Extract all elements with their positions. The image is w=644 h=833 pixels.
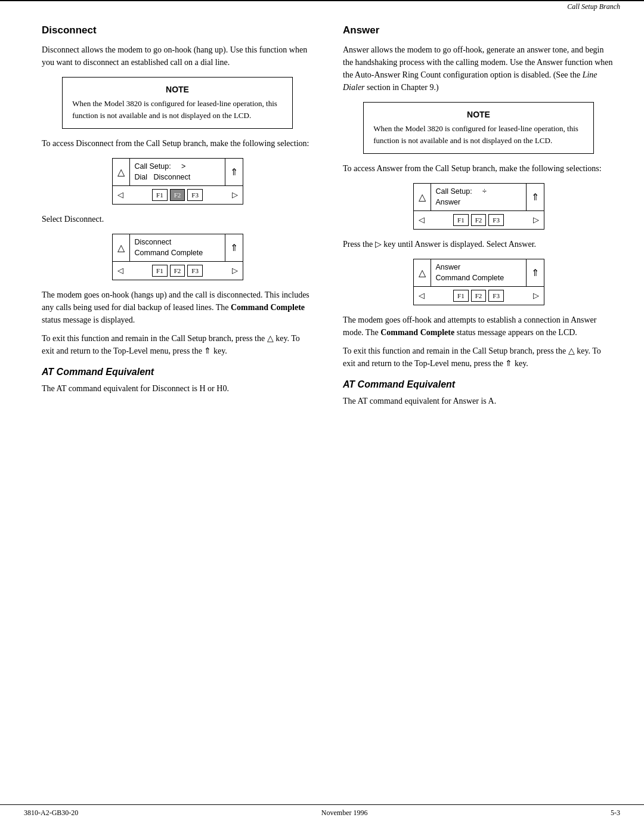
disconnect-lcd2-f3: F3	[187, 265, 203, 277]
answer-lcd2-up-btn: △	[414, 259, 431, 286]
disconnect-note-box: NOTE When the Model 3820 is configured f…	[62, 77, 293, 129]
answer-lcd1-home-btn: ⇑	[526, 184, 544, 210]
answer-title: Answer	[343, 24, 614, 36]
disconnect-lcd1: △ Call Setup: > Dial Disconnect ⇑ ◁ F1 F…	[112, 158, 243, 205]
answer-lcd1-f2: F2	[471, 214, 487, 226]
answer-at-title: AT Command Equivalent	[343, 379, 614, 390]
answer-lcd2-line2: Command Complete	[436, 273, 521, 284]
disconnect-result-text2: status message is displayed.	[42, 315, 135, 324]
answer-lcd2: △ Answer Command Complete ⇑ ◁ F1 F2 F3 ▷	[413, 259, 544, 305]
disconnect-result: The modem goes on-hook (hangs up) and th…	[42, 289, 313, 326]
answer-lcd2-f1: F1	[453, 290, 469, 302]
disconnect-note-text: When the Model 3820 is configured for le…	[72, 98, 283, 121]
footer-right: 5-3	[611, 809, 620, 817]
answer-lcd2-f2: F2	[471, 290, 487, 302]
answer-note-text: When the Model 3820 is configured for le…	[373, 123, 584, 146]
disconnect-lcd1-back-arrow: ◁	[117, 190, 123, 200]
answer-lcd1-f1: F1	[453, 214, 469, 226]
right-column: Answer Answer allows the modem to go off…	[337, 24, 620, 413]
disconnect-lcd2-up-btn: △	[113, 234, 130, 261]
disconnect-lcd1-f3: F3	[187, 189, 203, 201]
answer-note-box: NOTE When the Model 3820 is configured f…	[363, 102, 594, 154]
disconnect-lcd2-f1: F1	[152, 265, 168, 277]
disconnect-select-text: Select Disconnect.	[42, 213, 313, 225]
answer-access-text: To access Answer from the Call Setup bra…	[343, 162, 614, 175]
disconnect-lcd1-home-btn: ⇑	[225, 159, 243, 185]
answer-lcd1-line2: Answer	[436, 197, 521, 208]
answer-lcd1-display: Call Setup: ÷ Answer	[431, 184, 526, 210]
answer-lcd1: △ Call Setup: ÷ Answer ⇑ ◁ F1 F2 F3 ▷	[413, 183, 544, 230]
disconnect-lcd2-line1: Disconnect	[135, 237, 220, 248]
page-header: Call Setup Branch	[0, 0, 644, 13]
disconnect-exit: To exit this function and remain in the …	[42, 332, 313, 357]
footer-center: November 1996	[321, 809, 368, 817]
header-title: Call Setup Branch	[567, 2, 620, 11]
answer-lcd2-fwd-arrow: ▷	[533, 291, 539, 301]
left-column: Disconnect Disconnect allows the modem t…	[36, 24, 319, 413]
disconnect-lcd1-fwd-arrow: ▷	[232, 190, 238, 200]
answer-lcd1-back-arrow: ◁	[419, 215, 425, 225]
answer-intro: Answer allows the modem to go off-hook, …	[343, 44, 614, 94]
page-footer: 3810-A2-GB30-20 November 1996 5-3	[0, 804, 644, 821]
disconnect-access-text: To access Disconnect from the Call Setup…	[42, 137, 313, 150]
answer-at-text: The AT command equivalent for Answer is …	[343, 395, 614, 407]
disconnect-lcd2-fwd-arrow: ▷	[232, 266, 238, 275]
line-dialer-link: Line Dialer	[343, 70, 597, 92]
answer-result-text2: status message appears on the LCD.	[454, 328, 577, 337]
disconnect-lcd1-line2: Dial Disconnect	[135, 172, 220, 183]
answer-result: The modem goes off-hook and attempts to …	[343, 314, 614, 339]
disconnect-lcd2-display: Disconnect Command Complete	[130, 234, 225, 261]
main-content: Disconnect Disconnect allows the modem t…	[0, 13, 644, 425]
disconnect-title: Disconnect	[42, 24, 313, 36]
answer-lcd1-fwd-arrow: ▷	[533, 215, 539, 225]
disconnect-intro: Disconnect allows the modem to go on-hoo…	[42, 44, 313, 69]
disconnect-at-title: AT Command Equivalent	[42, 367, 313, 377]
answer-lcd2-line1: Answer	[436, 262, 521, 273]
disconnect-at-text: The AT command equivalent for Disconnect…	[42, 382, 313, 395]
answer-lcd1-line1: Call Setup: ÷	[436, 187, 521, 197]
answer-note-title: NOTE	[373, 110, 584, 119]
disconnect-lcd1-line1: Call Setup: >	[135, 162, 220, 172]
disconnect-lcd2-line2: Command Complete	[135, 248, 220, 259]
disconnect-lcd1-f2: F2	[170, 189, 185, 201]
answer-bold: Command Complete	[380, 328, 454, 337]
disconnect-lcd1-f1: F1	[152, 189, 168, 201]
disconnect-lcd2-f2: F2	[170, 265, 185, 277]
disconnect-lcd1-up-btn: △	[113, 159, 130, 185]
answer-lcd2-display: Answer Command Complete	[431, 259, 526, 286]
disconnect-bold: Command Complete	[231, 303, 305, 312]
answer-exit: To exit this function and remain in the …	[343, 345, 614, 370]
answer-lcd2-home-btn: ⇑	[526, 259, 544, 286]
answer-lcd1-f3: F3	[488, 214, 504, 226]
disconnect-note-title: NOTE	[72, 85, 283, 94]
disconnect-lcd1-display: Call Setup: > Dial Disconnect	[130, 159, 225, 185]
answer-lcd2-f3: F3	[488, 290, 504, 302]
disconnect-lcd2-home-btn: ⇑	[225, 234, 243, 261]
answer-lcd2-back-arrow: ◁	[419, 291, 425, 301]
footer-left: 3810-A2-GB30-20	[24, 809, 78, 817]
disconnect-lcd2-back-arrow: ◁	[117, 266, 123, 275]
disconnect-lcd2: △ Disconnect Command Complete ⇑ ◁ F1 F2 …	[112, 234, 243, 280]
answer-lcd1-up-btn: △	[414, 184, 431, 210]
answer-select-text: Press the ▷ key until Answer is displaye…	[343, 238, 614, 250]
